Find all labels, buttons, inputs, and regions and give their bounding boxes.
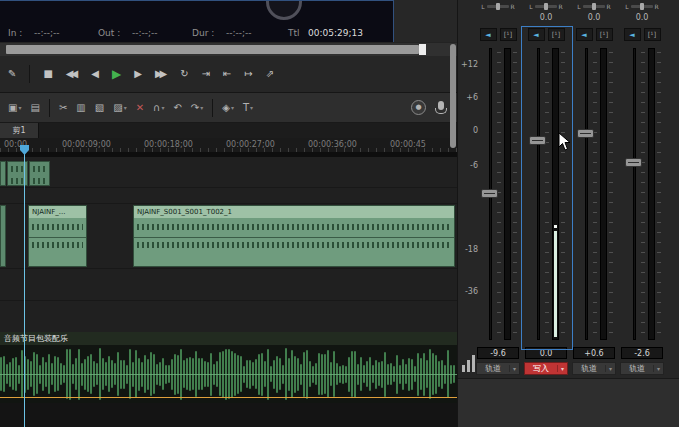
timeline-clip[interactable]: NJAINF_S001_S001_T002_1: [133, 205, 455, 267]
paste-button[interactable]: ▧: [95, 103, 104, 113]
match-frame-button[interactable]: ◈▾: [222, 103, 234, 113]
overwrite-edit-button[interactable]: ⇤: [223, 69, 231, 79]
vu-meter: [648, 48, 655, 340]
voiceover-button[interactable]: [435, 101, 447, 114]
step-back-button[interactable]: ◀: [91, 69, 99, 79]
mute-button[interactable]: ◄: [480, 28, 497, 41]
solo-button[interactable]: [¹]: [548, 28, 565, 41]
pan-value[interactable]: 0.0: [570, 13, 618, 22]
fast-forward-button[interactable]: ▶▶: [155, 69, 167, 79]
pan-left-label: L: [625, 3, 628, 10]
speaker-icon: ◄: [485, 31, 490, 39]
clip-waveform-texture: [11, 178, 24, 184]
pan-slider[interactable]: [631, 5, 653, 8]
dur-value[interactable]: --:--;--: [226, 28, 252, 38]
render-button[interactable]: ●: [411, 100, 426, 115]
shuttle-dial[interactable]: [266, 0, 302, 20]
pan-knob[interactable]: [592, 3, 596, 10]
horizontal-scrollbar[interactable]: [0, 43, 457, 56]
insert-edit-button[interactable]: ⇥: [202, 69, 210, 79]
track-insert-button[interactable]: ▣▾: [8, 103, 21, 113]
pan-slider[interactable]: [487, 5, 509, 8]
pan-knob[interactable]: [640, 3, 644, 10]
gain-value[interactable]: -9.6: [477, 347, 519, 359]
paste-special-button[interactable]: ▨▾: [113, 103, 126, 113]
save-button[interactable]: ▤: [30, 103, 39, 113]
pan-control[interactable]: L R: [474, 1, 522, 12]
gain-value[interactable]: +0.6: [573, 347, 615, 359]
out-value[interactable]: --:--;--: [132, 28, 158, 38]
mouse-cursor: [558, 132, 572, 152]
solo-button[interactable]: [¹]: [500, 28, 517, 41]
cut-button[interactable]: ✂: [59, 103, 67, 113]
volume-fader[interactable]: [577, 129, 594, 138]
play-button[interactable]: ▶: [112, 68, 121, 80]
marker-pen-icon[interactable]: ✎: [8, 69, 16, 79]
scrollbar-handle[interactable]: [419, 44, 426, 55]
scrollbar-thumb[interactable]: [6, 45, 419, 54]
playhead-line[interactable]: [24, 145, 25, 427]
extract-button[interactable]: ↦: [244, 69, 252, 79]
clip-label: NJAINF_S001_S001_T002_1: [134, 206, 454, 218]
timeline-ruler[interactable]: 00:00 00:00:09;00 00:00:18;00 00:00:27;0…: [0, 138, 457, 153]
undo-button[interactable]: ↶: [173, 103, 181, 113]
clip-divider: [29, 237, 86, 238]
pan-slider[interactable]: [535, 5, 557, 8]
microphone-icon: [438, 101, 444, 110]
automation-mode-dropdown[interactable]: 轨道 ▾: [572, 362, 616, 375]
export-button[interactable]: ⇗: [266, 69, 274, 79]
pan-control[interactable]: L R: [618, 1, 666, 12]
rewind-button[interactable]: ◀◀: [66, 69, 78, 79]
step-forward-button[interactable]: ▶: [134, 69, 142, 79]
timeline-clip[interactable]: [29, 161, 50, 186]
pan-control[interactable]: L R: [570, 1, 618, 12]
waveform-centerline: [0, 374, 457, 375]
fader-track[interactable]: [537, 48, 540, 340]
pan-value[interactable]: 0.0: [522, 13, 570, 22]
in-value[interactable]: --:--;--: [34, 28, 60, 38]
volume-fader[interactable]: [529, 136, 546, 145]
fader-track[interactable]: [585, 48, 588, 340]
clip-edge-sliver[interactable]: [0, 205, 6, 267]
loop-button[interactable]: ↻: [180, 69, 188, 79]
copy-button[interactable]: ▥: [76, 103, 85, 113]
volume-fader[interactable]: [481, 189, 498, 198]
gain-value[interactable]: -2.6: [621, 347, 663, 359]
solo-button[interactable]: [¹]: [644, 28, 661, 41]
gain-value[interactable]: 0.0: [525, 347, 567, 359]
delete-button[interactable]: ✕: [136, 103, 144, 113]
mute-button[interactable]: ◄: [528, 28, 545, 41]
automation-mode-dropdown[interactable]: 轨道 ▾: [476, 362, 520, 375]
audio-waveform[interactable]: [0, 345, 457, 403]
volume-fader[interactable]: [625, 158, 642, 167]
pan-knob[interactable]: [544, 3, 548, 10]
volume-envelope-line[interactable]: [0, 397, 457, 398]
ruler-label: 00:00:36;00: [308, 140, 357, 149]
meter-display-icon[interactable]: [462, 354, 478, 372]
pan-left-label: L: [577, 3, 580, 10]
pan-control[interactable]: L R: [522, 1, 570, 12]
pan-slider[interactable]: [583, 5, 605, 8]
timeline-clip[interactable]: NJAINF_...: [28, 205, 87, 267]
snap-button[interactable]: ∩▾: [153, 103, 164, 113]
mute-button[interactable]: ◄: [576, 28, 593, 41]
mute-button[interactable]: ◄: [624, 28, 641, 41]
scissors-icon: ✂: [59, 103, 67, 113]
redo-button[interactable]: ↷▾: [191, 103, 203, 113]
pan-knob[interactable]: [496, 3, 500, 10]
automation-mode-dropdown[interactable]: 写入 ▾: [524, 362, 568, 375]
clip-edge-sliver[interactable]: [0, 161, 6, 186]
track-area[interactable]: NJAINF_... NJAINF_S001_S001_T002_1: [0, 157, 457, 332]
automation-mode-dropdown[interactable]: 轨道 ▾: [620, 362, 664, 375]
stop-button[interactable]: ■: [43, 69, 52, 79]
audio-track-section[interactable]: 音频节目包装配乐: [0, 332, 457, 427]
vertical-scrollbar[interactable]: [450, 44, 456, 148]
pan-right-label: R: [511, 3, 515, 10]
solo-button[interactable]: [¹]: [596, 28, 613, 41]
fader-ticks: [593, 52, 597, 336]
sequence-tab[interactable]: 剪1: [0, 123, 39, 138]
pan-value[interactable]: 0.0: [618, 13, 666, 22]
fader-track[interactable]: [633, 48, 636, 340]
text-tool-button[interactable]: T▾: [243, 103, 253, 113]
pan-left-label: L: [529, 3, 532, 10]
